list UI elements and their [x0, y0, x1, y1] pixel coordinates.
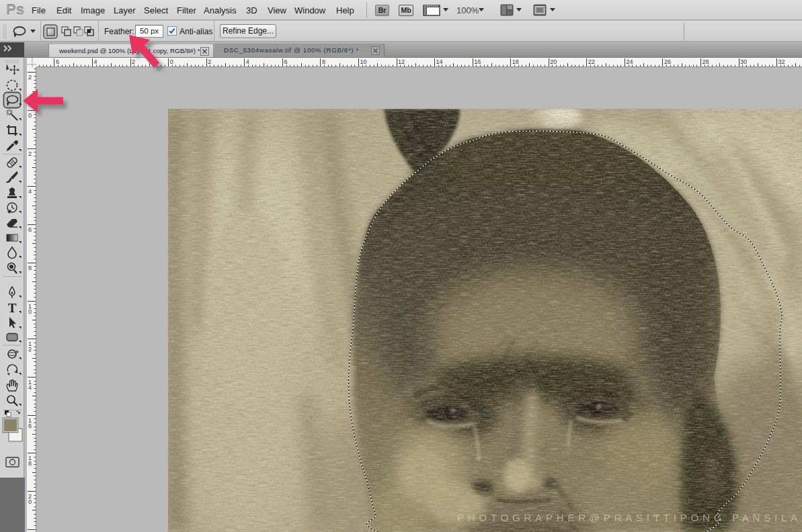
svg-text:T: T [8, 301, 17, 315]
svg-text:6: 6 [284, 58, 287, 65]
svg-text:8: 8 [28, 460, 32, 467]
svg-text:24: 24 [626, 58, 633, 65]
svg-text:10: 10 [360, 58, 367, 65]
svg-text:6: 6 [56, 58, 59, 65]
svg-text:4: 4 [94, 58, 97, 65]
svg-text:18: 18 [512, 58, 519, 65]
svg-text:2: 2 [28, 346, 32, 353]
svg-text:12: 12 [398, 58, 405, 65]
svg-text:6: 6 [28, 226, 32, 233]
svg-text:4: 4 [28, 384, 32, 391]
svg-text:4: 4 [28, 188, 32, 195]
svg-text:14: 14 [436, 58, 443, 65]
svg-text:8: 8 [28, 265, 32, 271]
svg-text:2: 2 [28, 150, 32, 157]
svg-text:22: 22 [588, 58, 595, 65]
svg-text:26: 26 [664, 58, 671, 65]
svg-text:0: 0 [28, 308, 32, 315]
svg-text:0: 0 [28, 498, 32, 505]
svg-text:PHOTOGRAPHER@PRASITTIPONG PANS: PHOTOGRAPHER@PRASITTIPONG PANSILA [457, 512, 801, 523]
svg-text:4: 4 [246, 58, 249, 65]
svg-text:16: 16 [474, 58, 481, 65]
svg-text:8: 8 [322, 58, 325, 65]
svg-text:2: 2 [28, 74, 32, 81]
svg-text:6: 6 [28, 423, 32, 429]
svg-text:28: 28 [703, 58, 709, 65]
svg-text:32: 32 [778, 58, 785, 65]
svg-text:30: 30 [740, 58, 747, 65]
svg-text:2: 2 [208, 58, 211, 65]
svg-text:20: 20 [550, 58, 557, 65]
